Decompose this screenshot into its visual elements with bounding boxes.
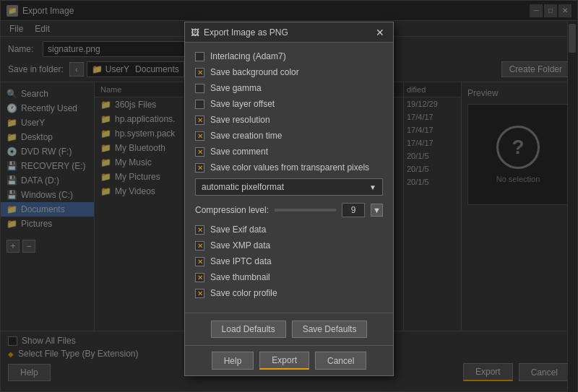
option-checkbox-4[interactable] [195,116,204,125]
dialog-meta-row-4: Save color profile [195,288,383,298]
option-checkbox-1[interactable] [195,68,204,77]
option-label-1: Save background color [210,67,299,77]
meta-checkbox-4[interactable] [195,289,204,298]
dialog-option-row-6: Save comment [195,147,383,157]
option-label-3: Save layer offset [210,99,275,109]
option-checkbox-7[interactable] [195,163,204,173]
pixelformat-value: automatic pixelformat [202,182,369,192]
dialog-content: Interlacing (Adam7) Save background colo… [185,43,393,313]
dialog-meta-row-0: Save Exif data [195,225,383,235]
dialog-defaults-row: Load Defaults Save Defaults [185,313,393,345]
dialog-close-button[interactable]: ✕ [373,25,387,40]
meta-checkbox-0[interactable] [195,225,204,235]
dialog-option-row-5: Save creation time [195,131,383,141]
option-label-4: Save resolution [210,115,270,125]
dialog-meta-row-2: Save IPTC data [195,256,383,266]
option-label-7: Save color values from transparent pixel… [210,162,369,173]
meta-label-1: Save XMP data [210,240,270,251]
option-label-2: Save gamma [210,83,262,93]
meta-label-0: Save Exif data [210,225,266,235]
dialog-export-button[interactable]: Export [259,352,309,370]
export-png-dialog: 🖼 Export Image as PNG ✕ Interlacing (Ada… [184,22,394,376]
meta-label-4: Save color profile [210,288,277,298]
dialog-meta-row-3: Save thumbnail [195,272,383,282]
option-checkbox-2[interactable] [195,84,204,93]
dialog-title-icon: 🖼 [191,27,199,38]
dialog-option-row-4: Save resolution [195,115,383,125]
load-defaults-button[interactable]: Load Defaults [211,321,286,338]
save-defaults-button[interactable]: Save Defaults [292,321,368,338]
dialog-option-row-0: Interlacing (Adam7) [195,51,383,61]
compression-dropdown-button[interactable]: ▼ [371,204,383,217]
compression-value: 9 [342,203,365,217]
compression-row: Compression level: 9 ▼ [195,203,383,217]
dialog-meta-row-1: Save XMP data [195,240,383,251]
option-checkbox-5[interactable] [195,131,204,141]
option-label-5: Save creation time [210,131,282,141]
option-checkbox-0[interactable] [195,52,204,61]
meta-checkbox-1[interactable] [195,241,204,251]
dialog-help-button[interactable]: Help [212,352,254,370]
dialog-option-row-3: Save layer offset [195,99,383,109]
pixelformat-select[interactable]: automatic pixelformat ▼ [195,178,383,196]
dialog-option-row-1: Save background color [195,67,383,77]
dialog-action-buttons: Help Export Cancel [185,345,393,375]
dialog-title: Export Image as PNG [204,27,373,38]
pixelformat-dropdown-arrow: ▼ [369,183,376,191]
dialog-cancel-button[interactable]: Cancel [315,352,366,370]
meta-label-2: Save IPTC data [210,256,272,266]
compression-slider[interactable] [275,209,336,212]
option-label-6: Save comment [210,147,268,157]
meta-checkbox-3[interactable] [195,273,204,282]
compression-label: Compression level: [195,205,269,215]
dialog-option-row-7: Save color values from transparent pixel… [195,162,383,173]
dialog-titlebar: 🖼 Export Image as PNG ✕ [185,22,393,43]
option-checkbox-6[interactable] [195,147,204,157]
option-checkbox-3[interactable] [195,100,204,109]
meta-label-3: Save thumbnail [210,272,270,282]
meta-checkbox-2[interactable] [195,257,204,266]
pixelformat-row: automatic pixelformat ▼ [195,178,383,196]
option-label-0: Interlacing (Adam7) [210,51,286,61]
dialog-option-row-2: Save gamma [195,83,383,93]
